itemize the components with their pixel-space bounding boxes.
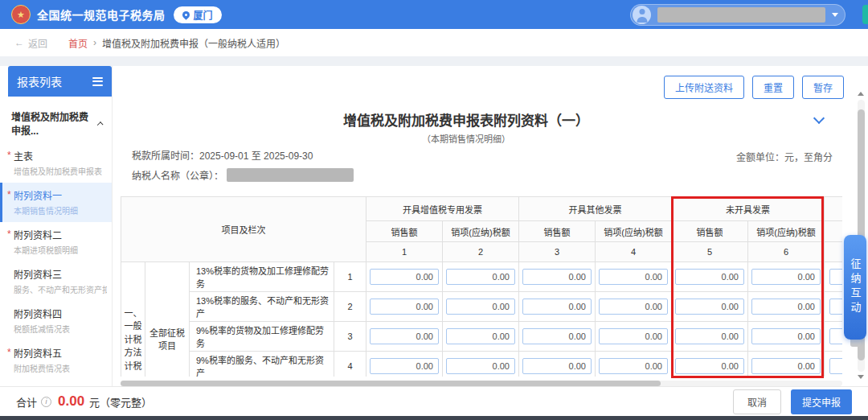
sidebar-title: 报表列表: [17, 73, 62, 89]
declaration-table: 项目及栏次 开具增值税专用发票 开具其他发票 未开具发票 销售额 销项(应纳)税…: [121, 196, 842, 377]
amount-input-r3c5[interactable]: [675, 328, 744, 344]
amount-input-r4c6[interactable]: [751, 358, 821, 374]
amount-input-r3c7[interactable]: [829, 328, 843, 344]
amount-input-r1c3[interactable]: [522, 269, 592, 285]
amount-input-r3c4[interactable]: [599, 328, 668, 344]
amount-input-r1c5[interactable]: [675, 269, 744, 285]
interaction-float-tab[interactable]: 征纳互动: [844, 235, 866, 340]
amount-input-r2c7[interactable]: [829, 299, 843, 315]
row-label: 9%税率的服务、不动产和无形资产: [190, 352, 334, 377]
horizontal-scrollbar[interactable]: [121, 381, 842, 386]
amount-input-r1c7[interactable]: [829, 269, 843, 285]
amount-input-r4c5[interactable]: [675, 358, 744, 374]
required-star: *: [7, 189, 11, 200]
col-number-clipped: [825, 242, 843, 262]
scroll-down-icon[interactable]: [858, 375, 864, 379]
app-title: 全国统一规范电子税务局: [37, 6, 166, 23]
account-menu[interactable]: [630, 4, 845, 26]
tax-period-row: 税款所属时间：2025-09-01 至 2025-09-30: [132, 148, 313, 162]
scroll-up-icon[interactable]: [858, 92, 864, 96]
sidebar-item-sub: 本期销售情况明细: [14, 204, 107, 216]
save-draft-button[interactable]: 暂存: [802, 76, 844, 99]
amount-input-r3c1[interactable]: [370, 328, 439, 344]
sidebar-item-appendix-3[interactable]: 附列资料三 服务、不动产和无形资产扣..: [0, 261, 112, 301]
amount-input-r1c4[interactable]: [599, 269, 668, 285]
col-number: 2: [443, 242, 519, 262]
page-title: 增值税及附加税费申报表附列资料（一）: [113, 109, 820, 130]
breadcrumb-home-link[interactable]: 首页: [68, 36, 88, 50]
amount-input-r2c1[interactable]: [370, 299, 439, 315]
amount-input-r1c2[interactable]: [446, 269, 515, 285]
amount-input-r4c2[interactable]: [446, 358, 515, 374]
amount-input-r2c4[interactable]: [599, 299, 668, 315]
amount-input-r2c3[interactable]: [522, 299, 592, 315]
collapse-list-icon[interactable]: [92, 77, 103, 86]
col-group-no-invoice: 未开具发票: [672, 197, 825, 221]
row-number: 3: [334, 322, 366, 352]
sidebar-item-main-form[interactable]: * 主表 增值税及附加税费申报表: [0, 143, 112, 183]
back-label: 返回: [28, 36, 47, 50]
top-header: ★ 全国统一规范电子税务局 厦门: [0, 0, 868, 29]
sidebar-item-label: 附列资料一: [14, 188, 107, 202]
tax-period-label: 税款所属时间：: [132, 150, 199, 162]
sidebar-item-appendix-5[interactable]: * 附列资料五 附加税费情况表: [0, 340, 112, 380]
col-header-sales-3: 销售额: [672, 221, 748, 242]
circle-info-icon[interactable]: [41, 397, 51, 407]
col-header-sales-1: 销售额: [366, 221, 443, 242]
sidebar-item-appendix-2[interactable]: * 附列资料二 本期进项税额明细: [0, 222, 112, 261]
sidebar-item-label: 附列资料五: [14, 346, 107, 360]
horizontal-scroll-thumb[interactable]: [121, 381, 661, 386]
amount-input-r2c6[interactable]: [751, 299, 821, 315]
location-pin-icon: [181, 10, 191, 20]
sidebar-item-sub: 增值税及附加税费申报表: [14, 165, 107, 177]
row-number: 4: [334, 352, 366, 377]
section-label-general-method: 一、一般计税方法计税: [121, 262, 145, 377]
sidebar-item-appendix-1[interactable]: * 附列资料一 本期销售情况明细: [0, 183, 112, 222]
float-tab-handle[interactable]: [850, 339, 861, 347]
amount-input-r4c3[interactable]: [522, 358, 592, 374]
amount-input-r3c6[interactable]: [751, 328, 821, 344]
col-number: 3: [519, 242, 596, 262]
required-star: *: [7, 229, 11, 240]
declaration-table-wrap: 项目及栏次 开具增值税专用发票 开具其他发票 未开具发票 销售额 销项(应纳)税…: [121, 196, 842, 377]
amount-input-r4c7[interactable]: [829, 358, 843, 374]
taxpayer-name-redacted: [227, 168, 354, 182]
sidebar-item-label: 附列资料二: [14, 228, 107, 241]
col-number: 1: [366, 242, 443, 262]
amount-input-r1c6[interactable]: [751, 269, 821, 285]
col-header-tax-3: 销项(应纳)税额: [748, 221, 825, 242]
cancel-button[interactable]: 取消: [733, 389, 781, 414]
bottom-edge: [0, 416, 868, 420]
reset-button[interactable]: 重置: [752, 76, 794, 99]
submit-declaration-button[interactable]: 提交申报: [791, 389, 852, 414]
amount-input-r4c1[interactable]: [370, 358, 439, 374]
amount-input-r3c2[interactable]: [446, 328, 515, 344]
amount-input-r1c1[interactable]: [370, 269, 439, 285]
amount-input-r4c4[interactable]: [599, 358, 668, 374]
sidebar-item-appendix-4[interactable]: 附列资料四 税额抵减情况表: [0, 301, 112, 340]
amount-input-r2c2[interactable]: [446, 299, 515, 315]
location-label: 厦门: [194, 8, 213, 22]
app-window: ★ 全国统一规范电子税务局 厦门 ← 返回 首页 › 增值税及附加税费申报（一般…: [0, 0, 868, 420]
col-group-other-invoice: 开具其他发票: [519, 197, 672, 221]
col-header-sales-2: 销售额: [519, 221, 596, 242]
amount-input-r3c3[interactable]: [522, 328, 592, 344]
national-emblem-logo: ★: [11, 5, 31, 24]
amount-input-r2c5[interactable]: [675, 299, 744, 315]
side-widget-sliver[interactable]: [862, 5, 868, 24]
total-label: 合计: [16, 394, 37, 410]
tax-period-value: 2025-09-01 至 2025-09-30: [199, 150, 313, 162]
col-number: 4: [596, 242, 672, 262]
form-toolbar: 上传附送资料 重置 暂存: [664, 76, 844, 99]
back-button[interactable]: ← 返回: [14, 36, 47, 50]
sidebar-item-label: 附列资料四: [14, 307, 107, 320]
arrow-left-icon: ←: [14, 37, 24, 48]
location-badge[interactable]: 厦门: [174, 6, 222, 23]
category-label-all-taxable: 全部征税项目: [145, 262, 190, 377]
upload-attachments-button[interactable]: 上传附送资料: [664, 76, 744, 99]
col-number: 5: [672, 242, 748, 262]
amount-unit-note: 金额单位：元，至角分: [736, 150, 833, 163]
row-label: 13%税率的货物及加工修理修配劳务: [190, 262, 334, 292]
sidebar-group-toggle[interactable]: 增值税及附加税费申报...: [0, 97, 112, 143]
col-header-clipped: [825, 221, 843, 242]
